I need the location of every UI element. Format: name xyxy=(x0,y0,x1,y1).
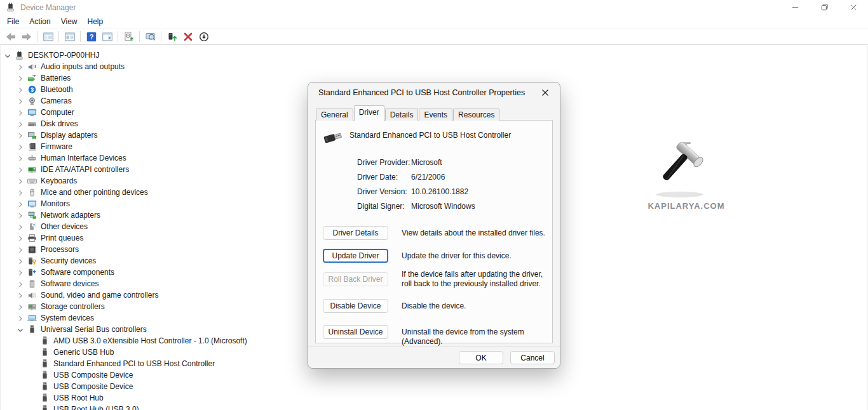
tree-chevron-icon[interactable] xyxy=(16,165,27,175)
driver-provider-value: Microsoft xyxy=(411,158,442,167)
tab-events[interactable]: Events xyxy=(419,109,452,121)
display-adapter-icon xyxy=(27,131,37,140)
menu-view[interactable]: View xyxy=(56,15,83,28)
tree-chevron-icon[interactable] xyxy=(16,85,27,95)
uninstall-device-icon[interactable] xyxy=(180,30,196,44)
dialog-close-icon[interactable] xyxy=(540,88,552,99)
usb-icon xyxy=(40,359,50,369)
menu-help[interactable]: Help xyxy=(83,15,109,28)
toolbar-separator xyxy=(58,31,59,42)
system-icon xyxy=(27,314,37,323)
tree-item-label: Other devices xyxy=(41,222,88,231)
roll-back-description: If the device fails after updating the d… xyxy=(402,270,552,289)
mouse-icon xyxy=(27,188,37,197)
tab-resources[interactable]: Resources xyxy=(453,109,499,121)
watermark: KAPILARYA.COM xyxy=(647,142,726,211)
hammer-icon xyxy=(653,142,720,199)
disable-device-button[interactable]: Disable Device xyxy=(323,299,388,313)
tree-item-label: Disk drives xyxy=(41,119,78,128)
show-console-tree-icon[interactable] xyxy=(40,30,56,44)
ok-button[interactable]: OK xyxy=(459,351,503,364)
tree-item-usb-root-hub-30[interactable]: USB Root Hub (USB 3.0) xyxy=(1,404,867,410)
tab-details[interactable]: Details xyxy=(385,109,419,121)
properties-icon[interactable] xyxy=(62,30,78,44)
tree-chevron-icon[interactable] xyxy=(16,234,27,243)
minimize-button[interactable] xyxy=(780,0,810,15)
tree-item-label: Human Interface Devices xyxy=(41,154,126,162)
tree-chevron-icon[interactable] xyxy=(16,154,27,163)
tree-chevron-icon[interactable] xyxy=(16,176,27,186)
tree-chevron-icon[interactable] xyxy=(16,291,27,300)
tree-item-usb-composite-1[interactable]: USB Composite Device xyxy=(1,369,867,381)
driver-provider-label: Driver Provider: xyxy=(357,158,410,167)
tree-item-label: IDE ATA/ATAPI controllers xyxy=(41,165,129,174)
tree-chevron-icon[interactable] xyxy=(16,188,27,197)
remote-computer-icon[interactable] xyxy=(142,30,158,44)
other-device-icon: ? xyxy=(27,222,37,232)
tree-item-usb-root-hub[interactable]: USB Root Hub xyxy=(1,392,867,404)
usb-icon xyxy=(40,348,50,357)
hid-icon xyxy=(27,154,37,163)
tree-chevron-icon[interactable] xyxy=(3,51,15,60)
printer-icon xyxy=(27,234,37,243)
menu-action[interactable]: Action xyxy=(24,15,55,28)
action-pane-icon[interactable] xyxy=(99,30,115,44)
back-icon[interactable] xyxy=(3,30,18,44)
driver-details-button[interactable]: Driver Details xyxy=(323,226,388,240)
disable-device-icon[interactable] xyxy=(196,30,212,44)
device-name: Standard Enhanced PCI to USB Host Contro… xyxy=(349,131,511,140)
tab-driver[interactable]: Driver xyxy=(354,105,384,121)
computer-icon xyxy=(27,108,37,117)
help-icon[interactable]: ? xyxy=(83,30,99,44)
tree-chevron-icon[interactable] xyxy=(16,96,27,106)
restore-button[interactable] xyxy=(810,0,839,15)
tree-chevron-icon[interactable] xyxy=(16,302,27,312)
tree-chevron-icon[interactable] xyxy=(16,222,27,232)
window-title: Device Manager xyxy=(20,3,76,12)
tree-item-audio-inputs[interactable]: Audio inputs and outputs xyxy=(1,61,867,72)
scan-hardware-icon[interactable] xyxy=(121,30,137,44)
tree-chevron-icon[interactable] xyxy=(16,211,27,220)
tree-chevron-icon[interactable] xyxy=(16,256,27,266)
menu-file[interactable]: File xyxy=(2,15,24,28)
usb-icon xyxy=(40,382,50,392)
driver-version-label: Driver Version: xyxy=(357,187,407,196)
update-driver-icon[interactable] xyxy=(164,30,180,44)
camera-icon xyxy=(27,96,37,106)
device-manager-app-icon xyxy=(6,3,15,12)
tree-chevron-spacer xyxy=(29,359,40,369)
tree-chevron-icon[interactable] xyxy=(16,199,27,209)
update-driver-button[interactable]: Update Driver xyxy=(323,249,388,263)
tree-chevron-spacer xyxy=(29,336,40,346)
cancel-button[interactable]: Cancel xyxy=(510,351,555,364)
usb-icon xyxy=(40,371,50,380)
uninstall-device-button[interactable]: Uninstall Device xyxy=(323,325,388,339)
tree-chevron-icon[interactable] xyxy=(16,279,27,289)
tree-chevron-icon[interactable] xyxy=(16,142,27,152)
tree-chevron-icon[interactable] xyxy=(16,74,27,83)
tree-chevron-spacer xyxy=(29,393,40,403)
driver-date-label: Driver Date: xyxy=(357,173,398,182)
tree-chevron-icon[interactable] xyxy=(16,268,27,277)
tree-item-usb-composite-2[interactable]: USB Composite Device xyxy=(1,381,867,392)
tree-chevron-icon[interactable] xyxy=(16,108,27,117)
tree-chevron-icon[interactable] xyxy=(16,131,27,140)
tree-chevron-icon[interactable] xyxy=(16,245,27,255)
tree-item-label: Sound, video and game controllers xyxy=(41,291,158,300)
tree-item-desktop[interactable]: DESKTOP-0P00HHJ xyxy=(1,50,867,61)
dialog-title: Standard Enhanced PCI to USB Host Contro… xyxy=(318,87,525,98)
tree-chevron-spacer xyxy=(29,348,40,357)
tree-chevron-icon[interactable] xyxy=(16,119,27,129)
tree-chevron-icon[interactable] xyxy=(16,314,27,323)
dialog-footer: OK Cancel xyxy=(308,347,560,368)
tree-chevron-icon[interactable] xyxy=(16,325,27,334)
forward-icon[interactable] xyxy=(18,30,34,44)
tab-general[interactable]: General xyxy=(316,109,353,121)
svg-text:?: ? xyxy=(89,33,93,41)
close-button[interactable] xyxy=(839,0,868,15)
audio-icon xyxy=(27,62,37,72)
digital-signer-label: Digital Signer: xyxy=(357,202,405,211)
tree-item-label: DESKTOP-0P00HHJ xyxy=(28,51,99,60)
tree-chevron-icon[interactable] xyxy=(16,62,27,72)
tree-item-label: USB Root Hub (USB 3.0) xyxy=(53,405,139,410)
